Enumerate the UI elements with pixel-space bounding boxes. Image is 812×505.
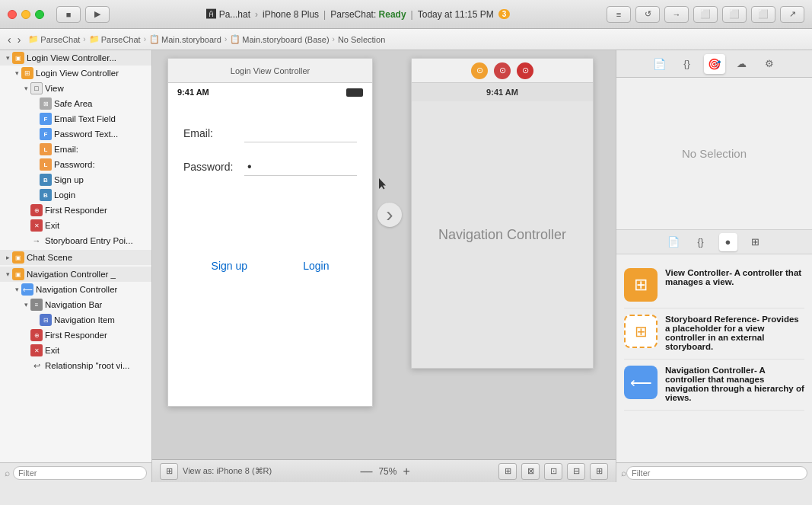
tree-item-signup-btn[interactable]: B Sign up [0,172,151,187]
lib-tab-1[interactable]: 📄 [664,233,683,251]
tree-arrow [21,331,30,340]
tree-item-email-field[interactable]: F Email Text Field [0,111,151,126]
lib-item-nc[interactable]: ⟵ Navigation Controller- A controller th… [624,360,804,411]
tree-item-email-label[interactable]: L Email: [0,142,151,157]
align-btn-2[interactable]: ⊠ [521,463,540,480]
tree-label: Password: [54,160,95,169]
tree-label: Sign up [54,175,84,184]
toolbar-btn-4[interactable]: ⬜ [693,6,718,23]
nav-ctrl-header: ⊙ ⊙ ⊙ [412,59,593,83]
lib-tab-3[interactable]: ● [719,233,737,251]
tree-item-first-responder[interactable]: ⊕ First Responder [0,203,151,218]
toolbar-right: ≡ ↺ → ⬜ ⬜ ⬜ ↗ [607,6,804,23]
align-btn-1[interactable]: ⊞ [498,463,517,480]
tree-item-password-field[interactable]: F Password Text... [0,126,151,142]
bc-item-5[interactable]: No Selection [338,35,385,44]
lib-tab-4[interactable]: ⊞ [747,233,765,251]
tree-item-login-vc[interactable]: ⊞ Login View Controller [0,66,151,81]
bottom-right: ⊞ ⊠ ⊡ ⊟ ⊞ [498,463,608,480]
bc-item-2[interactable]: ParseChat [101,35,141,44]
vc-icon: ⊞ [21,67,33,79]
align-btn-4[interactable]: ⊟ [567,463,585,480]
tab-identity[interactable]: 🎯 [704,54,725,74]
toolbar-btn-6[interactable]: ⬜ [751,6,775,23]
tree-item-storyboard-entry[interactable]: → Storyboard Entry Poi... [0,233,151,248]
lib-tab-2[interactable]: {} [692,233,710,251]
tab-code[interactable]: {} [677,54,698,74]
toolbar-btn-3[interactable]: → [664,6,689,23]
bc-item-1[interactable]: ParseChat [40,35,80,44]
tree-label: Login View Controller... [27,53,116,62]
lib-vc-icon: ⊞ [624,268,658,302]
password-row: Password: • [183,158,357,176]
signup-button[interactable]: Sign up [212,260,247,272]
tree-item-view[interactable]: □ View [0,81,151,96]
bc-forward[interactable]: › [16,34,23,46]
lib-item-sb[interactable]: ⊞ Storyboard Reference- Provides a place… [624,308,804,360]
bc-item-3[interactable]: Main.storyboard [161,35,221,44]
run-button[interactable]: ▶ [85,6,110,23]
lib-filter-input[interactable] [626,466,807,480]
tree-arrow [21,346,30,355]
tree-label: Safe Area [54,99,93,108]
tree-item-relationship[interactable]: ↩ Relationship "root vi... [0,358,151,373]
toolbar-btn-2[interactable]: ↺ [635,6,660,23]
tree-item-nav-item[interactable]: ⊟ Navigation Item [0,312,151,328]
close-button[interactable] [8,10,17,19]
lib-item-vc[interactable]: ⊞ View Controller- A controller that man… [624,262,804,308]
warning-badge[interactable]: 3 [498,9,511,19]
tree-label: Navigation Controller _ [27,270,116,279]
password-input-field[interactable]: • [244,158,357,176]
tree-item-exit2[interactable]: ✕ Exit [0,343,151,358]
left-panel: ▣ Login View Controller... ⊞ Login View … [0,50,152,482]
zoom-out-btn[interactable]: — [360,465,372,478]
toolbar-btn-7[interactable]: ↗ [780,6,804,23]
email-input-field[interactable] [244,124,357,142]
login-button[interactable]: Login [303,260,329,272]
tree-item-password-label[interactable]: L Password: [0,157,151,172]
minimize-button[interactable] [21,10,30,19]
toolbar-btn-5[interactable]: ⬜ [722,6,747,23]
zoom-in-btn[interactable]: + [403,465,409,478]
tree-item-login-scene-header[interactable]: ▣ Login View Controller... [0,50,151,66]
tree-label: First Responder [45,331,107,340]
tab-file[interactable]: 📄 [649,54,670,74]
bc-item-4[interactable]: Main.storyboard (Base) [242,35,329,44]
bc-back[interactable]: ‹ [6,34,13,46]
lib-sb-text: Storyboard Reference- Provides a placeho… [665,315,804,353]
toolbar-btn-1[interactable]: ≡ [607,6,631,23]
login-vc-frame[interactable]: Login View Controller 9:41 AM Email: Pas… [167,58,373,407]
tree-item-nav-scene[interactable]: ▣ Navigation Controller _ [0,267,151,282]
stop-button[interactable]: ■ [56,6,81,23]
lib-vc-text: View Controller- A controller that manag… [665,268,804,288]
tree-item-exit[interactable]: ✕ Exit [0,218,151,233]
bc-item-folder-icon: 📁 [28,34,39,44]
tree-item-first-responder2[interactable]: ⊕ First Responder [0,328,151,343]
tree-item-safe-area[interactable]: ⊠ Safe Area [0,96,151,111]
tree-label: Navigation Bar [45,300,102,309]
tree-item-nav-ctrl[interactable]: ⟵ Navigation Controller [0,282,151,297]
filter-input[interactable] [13,466,147,480]
button-icon: B [40,189,52,201]
tree-item-chat-scene[interactable]: ▣ Chat Scene [0,250,151,265]
nav-ctrl-frame[interactable]: ⊙ ⊙ ⊙ 9:41 AM Navigation Controller [411,58,594,369]
tab-settings[interactable]: ⚙ [759,54,780,74]
navitem-icon: ⊟ [40,314,52,326]
tree-item-login-btn[interactable]: B Login [0,187,151,203]
nav-dot-3: ⊙ [517,62,533,79]
tab-attributes[interactable]: ☁ [731,54,753,74]
tree-arrow [30,99,40,108]
view-toggle-btn[interactable]: ⊞ [160,463,178,480]
label-icon: L [40,143,52,155]
tree-label: Chat Scene [27,253,72,262]
canvas-area[interactable]: Login View Controller 9:41 AM Email: Pas… [152,50,616,459]
iphone-statusbar: 9:41 AM [168,83,372,101]
iphone-content: Email: Password: • Sign up Login [168,101,372,295]
fullscreen-button[interactable] [35,10,44,19]
bottom-left: ⊞ View as: iPhone 8 (⌘R) [160,463,272,480]
tree-arrow [12,285,21,294]
align-btn-5[interactable]: ⊞ [590,463,608,480]
align-btn-3[interactable]: ⊡ [544,463,562,480]
tree-item-nav-bar[interactable]: ≡ Navigation Bar [0,297,151,312]
cursor [379,178,388,193]
